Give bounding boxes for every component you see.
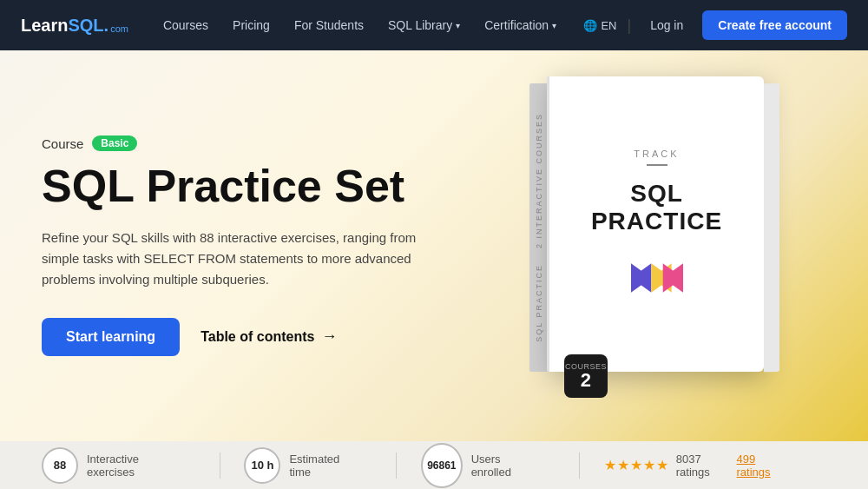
certification-chevron-icon: ▾ [552,21,556,30]
nav-sql-library[interactable]: SQL Library▾ [378,11,470,39]
stat-ratings: ★★★★★ 8037 ratings 499 ratings [604,453,809,479]
toc-text: Table of contents [201,329,314,345]
nav-courses[interactable]: Courses [153,11,219,39]
book-spine: SQL PRACTICE 2 INTERACTIVE COURSES [529,83,549,372]
sql-library-chevron-icon: ▾ [456,21,460,30]
stat-divider-3 [579,453,580,479]
logo-learn: Learn [21,16,68,36]
star-rating-icons: ★★★★★ [604,457,669,473]
exercises-label: Interactive exercises [87,453,178,479]
book-right-side [764,83,779,372]
enrolled-label: Users enrolled [471,453,537,479]
book-cover: SQL PRACTICE 2 INTERACTIVE COURSES TRACK… [521,76,816,424]
stat-enrolled: 96861 Users enrolled [421,443,562,488]
create-account-button[interactable]: Create free account [702,10,847,40]
hero-description: Refine your SQL skills with 88 interacti… [42,228,424,290]
bowtie-blue [631,256,683,300]
book-spine-text: SQL PRACTICE 2 INTERACTIVE COURSES [535,113,543,342]
book-face: TRACK SQLPRACTICE [547,76,764,372]
book-courses-num: 2 [581,371,592,390]
hero-title: SQL Practice Set [42,162,424,211]
nav-certification[interactable]: Certification▾ [474,11,567,39]
time-count-circle: 10 h [244,447,280,484]
hero-section: Course Basic SQL Practice Set Refine you… [0,50,868,441]
logo-sql: SQL [68,16,103,36]
start-learning-button[interactable]: Start learning [42,318,180,356]
hero-content: Course Basic SQL Practice Set Refine you… [42,135,424,355]
book-title: SQLPRACTICE [591,180,722,235]
nav-divider: | [627,17,631,35]
course-label-row: Course Basic [42,135,424,151]
language-selector[interactable]: 🌐 EN [583,19,616,32]
stat-divider-1 [220,453,220,479]
course-text: Course [42,136,83,151]
arrow-right-icon: → [321,327,337,346]
login-button[interactable]: Log in [641,13,692,37]
stats-bar: 88 Interactive exercises 10 h Estimated … [0,441,868,489]
stat-exercises: 88 Interactive exercises [42,447,202,484]
lang-label: EN [601,19,616,32]
book-courses-badge: COURSES 2 [564,354,608,398]
globe-icon: 🌐 [583,19,597,32]
rating-sub-count[interactable]: 499 ratings [737,453,786,479]
nav-pricing[interactable]: Pricing [222,11,280,39]
hero-actions: Start learning Table of contents → [42,318,424,356]
book-dash [647,164,667,166]
table-of-contents-link[interactable]: Table of contents → [201,327,337,346]
book-track-label: TRACK [634,149,679,159]
navbar: LearnSQL.com Courses Pricing For Student… [0,0,868,50]
stat-divider-2 [396,453,397,479]
nav-right: 🌐 EN | Log in Create free account [583,10,847,40]
book-3d: SQL PRACTICE 2 INTERACTIVE COURSES TRACK… [521,76,764,389]
time-label: Estimated time [289,453,354,479]
logo-dot: . [104,16,109,36]
rating-count: 8037 ratings [676,453,730,479]
nav-students[interactable]: For Students [284,11,374,39]
nav-links: Courses Pricing For Students SQL Library… [153,11,583,39]
exercises-count-circle: 88 [42,447,78,484]
basic-badge: Basic [92,135,137,151]
enrolled-count-circle: 96861 [421,443,463,488]
logo-com: com [110,24,128,34]
logo[interactable]: LearnSQL.com [21,16,128,36]
stat-time: 10 h Estimated time [244,447,378,484]
